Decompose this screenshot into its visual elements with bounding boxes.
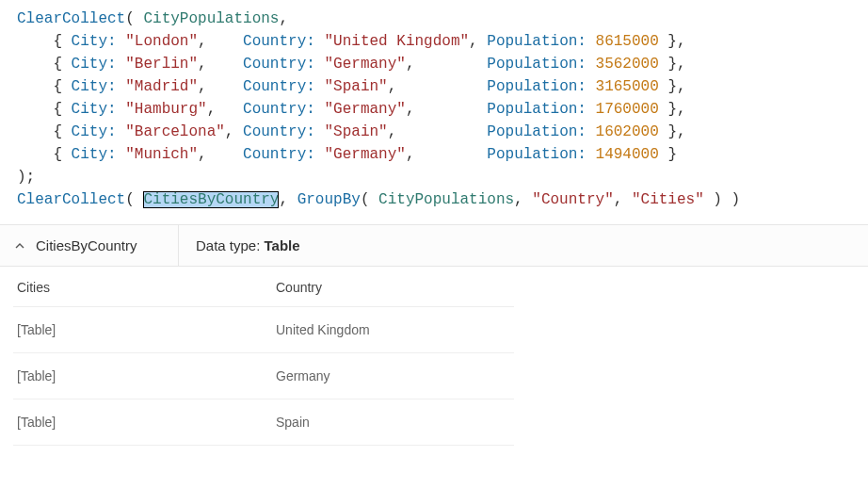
result-datatype: Data type: Table xyxy=(179,237,317,253)
fn-groupby: GroupBy xyxy=(297,191,361,208)
result-header: CitiesByCountry Data type: Table xyxy=(0,225,868,267)
cell-cities: [Table] xyxy=(13,353,272,399)
cell-country: United Kingdom xyxy=(272,307,514,352)
table-row[interactable]: [Table] Germany xyxy=(13,353,514,399)
cell-country: Germany xyxy=(272,353,514,399)
table-row[interactable]: [Table] United Kingdom xyxy=(13,307,514,353)
cell-country: Spain xyxy=(272,399,514,445)
table-row[interactable]: [Table] Spain xyxy=(13,399,514,446)
fn-clearcollect-2: ClearCollect xyxy=(17,191,125,208)
fn-clearcollect: ClearCollect xyxy=(17,10,125,27)
result-table: Cities Country [Table] United Kingdom [T… xyxy=(0,267,527,446)
column-header-country[interactable]: Country xyxy=(272,270,514,306)
result-table-header: Cities Country xyxy=(13,270,514,307)
column-header-cities[interactable]: Cities xyxy=(13,270,272,306)
selected-identifier: CitiesByCountry xyxy=(143,191,279,208)
ident-citypopulations: CityPopulations xyxy=(143,10,279,27)
cell-cities: [Table] xyxy=(13,307,272,352)
result-toggle[interactable]: CitiesByCountry xyxy=(0,225,179,266)
result-name: CitiesByCountry xyxy=(36,237,137,253)
formula-editor[interactable]: ClearCollect( CityPopulations, { City: "… xyxy=(0,0,868,225)
chevron-up-icon xyxy=(13,239,26,253)
cell-cities: [Table] xyxy=(13,399,272,445)
